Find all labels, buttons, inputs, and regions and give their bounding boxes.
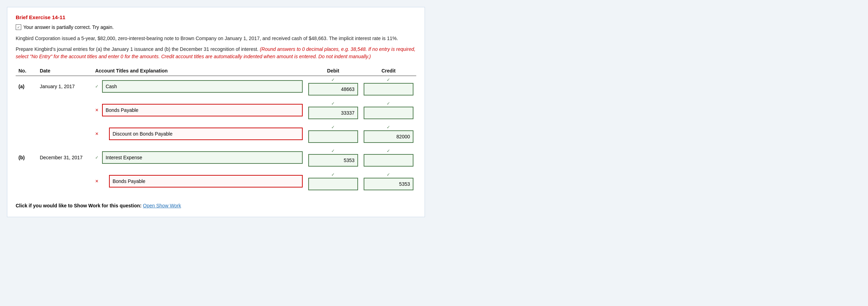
debit-input[interactable] — [308, 154, 358, 167]
header-no: No. — [16, 67, 37, 76]
debit-status-icon: ✓ — [331, 101, 335, 106]
header-account: Account Titles and Explanation — [92, 67, 305, 76]
row-no — [16, 123, 37, 144]
partial-check-icon: ✓ — [16, 24, 21, 30]
row-account-cell: ✓ — [92, 147, 305, 168]
table-row: ✕✓✓ — [16, 100, 416, 121]
table-row: (b)December 31, 2017✓✓✓ — [16, 147, 416, 168]
credit-status-icon: ✓ — [387, 172, 390, 177]
row-credit-cell: ✓ — [361, 123, 416, 144]
account-status-icon: ✕ — [95, 131, 101, 136]
row-no: (b) — [16, 147, 37, 168]
header-debit: Debit — [305, 67, 361, 76]
row-debit-cell: ✓ — [305, 76, 361, 97]
row-debit-cell: ✓ — [305, 171, 361, 192]
debit-input[interactable] — [308, 107, 358, 119]
row-date — [37, 123, 92, 144]
row-date — [37, 171, 92, 192]
account-status-icon: ✓ — [95, 84, 101, 89]
debit-input[interactable] — [308, 130, 358, 143]
row-credit-cell: ✓ — [361, 147, 416, 168]
table-row: (a)January 1, 2017✓✓✓ — [16, 76, 416, 97]
partial-correct-message: ✓ Your answer is partially correct. Try … — [16, 24, 416, 30]
spacer-row — [16, 168, 416, 171]
row-credit-cell: ✓ — [361, 76, 416, 97]
row-debit-cell: ✓ — [305, 100, 361, 121]
row-debit-cell: ✓ — [305, 147, 361, 168]
account-input[interactable] — [109, 175, 303, 188]
credit-input[interactable] — [364, 83, 413, 95]
row-no — [16, 100, 37, 121]
table-row: ✕✓✓ — [16, 123, 416, 144]
account-input[interactable] — [102, 104, 303, 116]
debit-input[interactable] — [308, 83, 358, 95]
debit-input[interactable] — [308, 178, 358, 190]
row-credit-cell: ✓ — [361, 100, 416, 121]
row-no — [16, 171, 37, 192]
credit-status-icon: ✓ — [387, 148, 390, 153]
credit-status-icon: ✓ — [387, 125, 390, 130]
instructions-text: Prepare Kingbird’s journal entries for (… — [16, 46, 416, 60]
journal-table: No. Date Account Titles and Explanation … — [16, 67, 416, 194]
debit-status-icon: ✓ — [331, 77, 335, 82]
row-date: December 31, 2017 — [37, 147, 92, 168]
table-header-row: No. Date Account Titles and Explanation … — [16, 67, 416, 76]
spacer-row — [16, 97, 416, 100]
credit-status-icon: ✓ — [387, 77, 390, 82]
show-work-section: Click if you would like to Show Work for… — [16, 203, 416, 208]
row-debit-cell: ✓ — [305, 123, 361, 144]
problem-text: Kingbird Corporation issued a 5-year, $8… — [16, 35, 416, 42]
show-work-label: Click if you would like to Show Work for… — [16, 203, 141, 208]
row-account-cell: ✕ — [92, 100, 305, 121]
credit-input[interactable] — [364, 107, 413, 119]
debit-status-icon: ✓ — [331, 172, 335, 177]
account-input[interactable] — [109, 128, 303, 140]
main-container: Brief Exercise 14-11 ✓ Your answer is pa… — [7, 7, 425, 217]
account-input[interactable] — [102, 151, 303, 164]
credit-input[interactable] — [364, 178, 413, 190]
partial-correct-text: Your answer is partially correct. Try ag… — [23, 24, 114, 30]
row-credit-cell: ✓ — [361, 171, 416, 192]
row-no: (a) — [16, 76, 37, 97]
debit-status-icon: ✓ — [331, 148, 335, 153]
spacer-row — [16, 121, 416, 123]
instructions-prefix: Prepare Kingbird’s journal entries for (… — [16, 46, 258, 52]
credit-status-icon: ✓ — [387, 101, 390, 106]
account-status-icon: ✕ — [95, 179, 101, 184]
account-input[interactable] — [102, 80, 303, 93]
exercise-title: Brief Exercise 14-11 — [16, 14, 416, 20]
account-status-icon: ✓ — [95, 155, 101, 160]
credit-input[interactable] — [364, 154, 413, 167]
spacer-row — [16, 144, 416, 147]
credit-input[interactable] — [364, 130, 413, 143]
row-date: January 1, 2017 — [37, 76, 92, 97]
row-account-cell: ✕ — [92, 171, 305, 192]
account-status-icon: ✕ — [95, 108, 101, 113]
header-credit: Credit — [361, 67, 416, 76]
table-row: ✕✓✓ — [16, 171, 416, 192]
open-show-work-link[interactable]: Open Show Work — [143, 203, 181, 208]
header-date: Date — [37, 67, 92, 76]
debit-status-icon: ✓ — [331, 125, 335, 130]
spacer-row — [16, 192, 416, 194]
row-account-cell: ✕ — [92, 123, 305, 144]
row-account-cell: ✓ — [92, 76, 305, 97]
row-date — [37, 100, 92, 121]
